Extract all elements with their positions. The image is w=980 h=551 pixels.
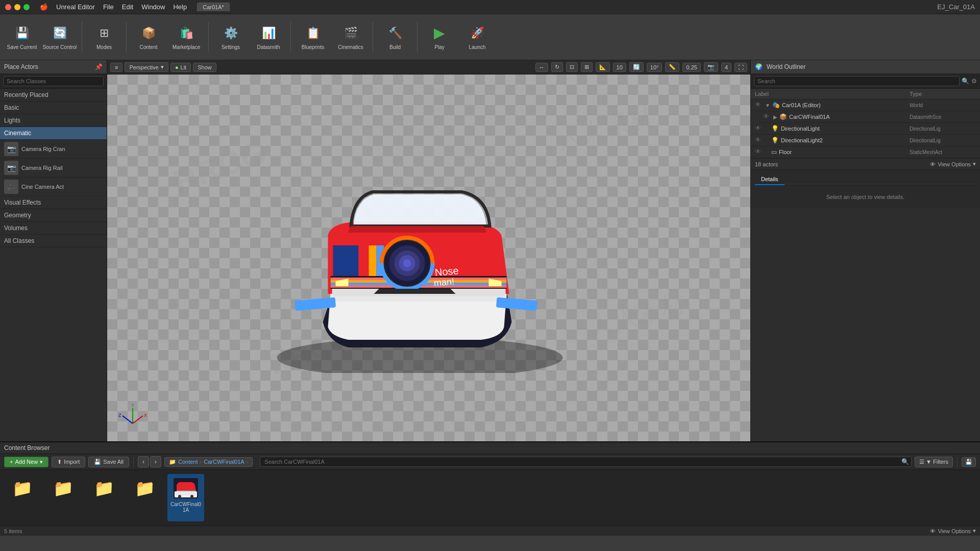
cb-back-button[interactable]: ‹	[138, 456, 149, 467]
camera-speed-value-button[interactable]: 4	[721, 63, 731, 72]
lit-button[interactable]: ● Lit	[170, 63, 191, 72]
angle-value-button[interactable]: 10°	[647, 63, 663, 72]
play-button[interactable]: ▶ Play	[422, 18, 457, 56]
sidebar-category-visual-effects[interactable]: Visual Effects	[0, 196, 107, 209]
minimize-button[interactable]	[14, 4, 20, 10]
sidebar-category-all-classes[interactable]: All Classes	[0, 235, 107, 247]
show-label: Show	[198, 64, 212, 70]
settings-button[interactable]: ⚙️ Settings	[213, 18, 249, 56]
angle-value: 10°	[650, 64, 659, 70]
breadcrumb-carcwfinal01a[interactable]: CarCWFinal01A	[204, 459, 244, 465]
perspective-button[interactable]: Perspective ▾	[125, 62, 168, 72]
dirlight2-type: DirectionalLig	[910, 138, 976, 143]
scale-tool-button[interactable]: ⊡	[566, 62, 578, 72]
world-outliner-search-input[interactable]	[754, 76, 960, 86]
marketplace-button[interactable]: 🛍️ Marketplace	[168, 18, 204, 56]
maximize-viewport-button[interactable]: ⛶	[734, 63, 747, 72]
cb-folder-1[interactable]: 📁	[4, 474, 41, 521]
menu-edit[interactable]: Edit	[122, 3, 133, 11]
viewport-menu-button[interactable]: ≡	[110, 63, 122, 72]
import-button[interactable]: ⬆ Import	[52, 457, 85, 467]
main-toolbar: 💾 Save Current 🔄 Source Control ⊞ Modes …	[0, 14, 980, 60]
cb-forward-button[interactable]: ›	[150, 456, 161, 467]
breadcrumb-content[interactable]: Content	[178, 459, 198, 465]
viewport-canvas[interactable]: RRCG 人人素材 RRCG 人人素材 www.rrcg.cn	[107, 74, 750, 441]
surface-snapping-button[interactable]: ⊞	[581, 62, 593, 72]
rotation-snap-button[interactable]: 🔄	[629, 62, 644, 72]
save-current-button[interactable]: 💾 Save Current	[4, 18, 40, 56]
modes-button[interactable]: ⊞ Modes	[86, 18, 122, 56]
datasmith-button[interactable]: 📊 Datasmith	[251, 18, 286, 56]
world-outliner-view-options-button[interactable]: 👁 View Options ▾	[930, 161, 976, 167]
scale-value-button[interactable]: 0.25	[682, 63, 700, 72]
cb-folder-3[interactable]: 📁	[86, 474, 122, 521]
sidebar-category-basic[interactable]: Basic	[0, 102, 107, 114]
dirlight2-name: DirectionalLight2	[781, 137, 910, 143]
filters-button[interactable]: ☰ ▼ Filters	[915, 457, 953, 467]
cb-view-options-button[interactable]: 👁 View Options ▾	[930, 528, 976, 534]
launch-icon: 🚀	[468, 24, 486, 42]
close-button[interactable]	[5, 4, 11, 10]
add-new-button[interactable]: + Add New ▾	[4, 457, 48, 467]
visibility-eye-dir1[interactable]: 👁	[755, 124, 763, 133]
outliner-row-dirlight1[interactable]: 👁 ▶ 💡 DirectionalLight DirectionalLig	[751, 123, 980, 135]
sidebar-search-input[interactable]	[3, 76, 104, 86]
menu-file[interactable]: File	[103, 3, 114, 11]
scale-snap-button[interactable]: 📏	[665, 62, 679, 72]
car-model: Nose man!	[247, 143, 578, 373]
cb-save-button[interactable]: 💾	[962, 457, 976, 467]
menu-app[interactable]: Unreal Editor	[56, 3, 95, 11]
sidebar-category-cinematic[interactable]: Cinematic	[0, 127, 107, 140]
cb-breadcrumb: 📁 Content › CarCWFinal01A ›	[164, 457, 253, 467]
visibility-eye-car01a[interactable]: 👁	[755, 101, 763, 109]
expand-carcw[interactable]: ▶	[773, 114, 777, 120]
outliner-row-floor[interactable]: 👁 ▶ ▭ Floor StaticMeshAct	[751, 146, 980, 158]
visibility-eye-dir2[interactable]: 👁	[755, 136, 763, 144]
launch-button[interactable]: 🚀 Launch	[459, 18, 495, 56]
sidebar-category-volumes[interactable]: Volumes	[0, 222, 107, 235]
settings-icon[interactable]: ⚙	[971, 78, 977, 85]
menu-help[interactable]: Help	[173, 3, 187, 11]
details-empty-message: Select an object to view details.	[755, 190, 976, 204]
expand-car01a[interactable]: ▼	[765, 103, 770, 108]
outliner-row-carcwfinal[interactable]: 👁 ▶ 📦 CarCWFinal01A DatasmithSce	[759, 111, 980, 123]
visibility-eye-floor[interactable]: 👁	[755, 148, 763, 156]
marketplace-icon: 🛍️	[177, 24, 195, 42]
sidebar-item-camera-rig-crane[interactable]: 📷 Camera Rig Cran	[0, 140, 107, 159]
show-button[interactable]: Show	[193, 63, 216, 72]
build-button[interactable]: 🔨 Build	[377, 18, 413, 56]
search-icon: 🔍	[962, 78, 969, 85]
grid-value: 10	[617, 64, 623, 70]
grid-snap-button[interactable]: 📐	[596, 62, 610, 72]
details-tab[interactable]: Details	[755, 174, 785, 185]
current-tab[interactable]: Car01A*	[197, 3, 230, 11]
sidebar-category-recently-placed[interactable]: Recently Placed	[0, 89, 107, 102]
sidebar-item-cine-camera[interactable]: 🎥 Cine Camera Act	[0, 178, 107, 196]
content-button[interactable]: 📦 Content	[131, 18, 166, 56]
sidebar-category-geometry[interactable]: Geometry	[0, 209, 107, 222]
car01a-type: World	[910, 103, 976, 108]
outliner-row-car01a[interactable]: 👁 ▼ 🎭 Car01A (Editor) World	[751, 99, 980, 111]
outliner-row-dirlight2[interactable]: 👁 ▶ 💡 DirectionalLight2 DirectionalLig	[751, 135, 980, 146]
menu-apple[interactable]: 🍎	[40, 3, 48, 11]
build-label: Build	[389, 44, 401, 51]
cb-folder-car-asset[interactable]: CarCWFinal01A	[167, 474, 204, 521]
cb-search-input[interactable]	[262, 457, 901, 466]
rotate-tool-button[interactable]: ↻	[551, 62, 563, 72]
toolbar-separator-2	[126, 22, 127, 53]
sidebar-category-lights[interactable]: Lights	[0, 114, 107, 127]
cb-folder-4[interactable]: 📁	[127, 474, 163, 521]
maximize-button[interactable]	[23, 4, 30, 10]
menu-window[interactable]: Window	[141, 3, 165, 11]
perspective-arrow: ▾	[161, 64, 164, 70]
cinematics-button[interactable]: 🎬 Cinematics	[333, 18, 369, 56]
translate-tool-button[interactable]: ↔	[535, 63, 548, 72]
sidebar-item-camera-rig-rail[interactable]: 📷 Camera Rig Rail	[0, 159, 107, 178]
visibility-eye-carcw[interactable]: 👁	[763, 113, 771, 121]
source-control-button[interactable]: 🔄 Source Control	[42, 18, 78, 56]
grid-value-button[interactable]: 10	[613, 63, 626, 72]
camera-speed-button[interactable]: 📷	[704, 62, 718, 72]
cb-folder-2[interactable]: 📁	[45, 474, 82, 521]
blueprints-button[interactable]: 📋 Blueprints	[295, 18, 331, 56]
save-all-button[interactable]: 💾 Save All	[88, 457, 129, 467]
